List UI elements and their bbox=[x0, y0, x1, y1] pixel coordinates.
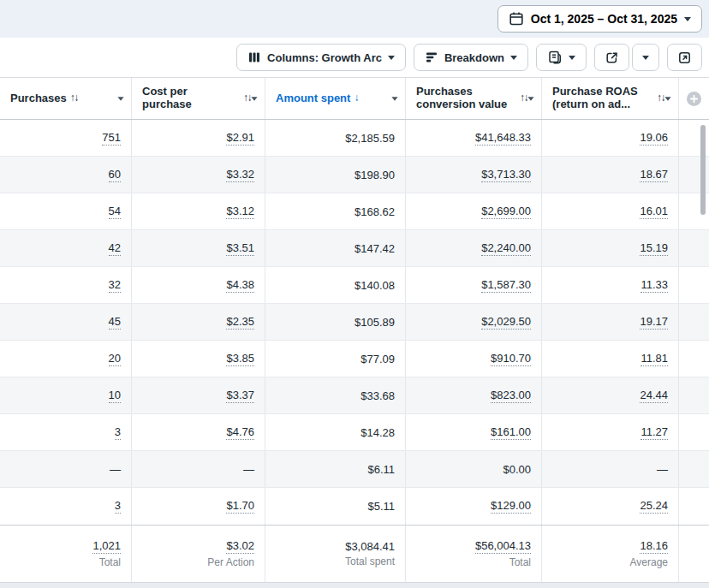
summary-value[interactable]: 18.16 bbox=[640, 539, 668, 554]
table-cell: 60 bbox=[0, 157, 132, 193]
add-column-icon[interactable] bbox=[687, 92, 701, 106]
cell-value[interactable]: $1,587.30 bbox=[481, 278, 531, 293]
cell-value: $5.11 bbox=[367, 500, 395, 513]
table-cell: 24.44 bbox=[542, 377, 679, 413]
cell-value: $14.28 bbox=[360, 426, 395, 439]
cell-value[interactable]: $910.70 bbox=[491, 352, 531, 366]
chevron-down-icon[interactable] bbox=[117, 97, 123, 101]
table-cell: 45 bbox=[0, 304, 132, 340]
cell-value[interactable]: 3 bbox=[115, 425, 121, 440]
table-cell: — bbox=[542, 451, 679, 487]
summary-cell: 1,021Total bbox=[0, 526, 132, 582]
table-cell: $198.90 bbox=[265, 157, 406, 193]
reports-button[interactable] bbox=[536, 44, 587, 71]
scrollbar-gutter-cell bbox=[679, 341, 709, 377]
cell-value[interactable]: 60 bbox=[109, 168, 121, 182]
table-header-row: Purchases ↑↓ Cost per purchase ↑↓ Amount… bbox=[0, 78, 709, 120]
cell-value[interactable]: 20 bbox=[109, 352, 121, 366]
breakdown-button[interactable]: Breakdown bbox=[414, 44, 528, 71]
table-cell: 11.81 bbox=[542, 341, 679, 377]
cell-value[interactable]: 19.06 bbox=[640, 131, 668, 146]
cell-value[interactable]: $2.35 bbox=[226, 315, 254, 330]
scrollbar-gutter-cell bbox=[679, 267, 709, 303]
vertical-scrollbar[interactable] bbox=[700, 125, 706, 215]
table-cell: $168.62 bbox=[265, 193, 406, 229]
cell-value: — bbox=[110, 463, 121, 476]
cell-value[interactable]: 11.81 bbox=[640, 352, 668, 366]
add-column-header[interactable] bbox=[679, 78, 709, 119]
table-cell: — bbox=[0, 451, 132, 487]
sort-both-icon: ↑↓ bbox=[520, 92, 527, 104]
summary-value[interactable]: $56,004.13 bbox=[475, 539, 531, 554]
cell-value[interactable]: 16.01 bbox=[640, 205, 668, 219]
cell-value[interactable]: $4.38 bbox=[226, 278, 254, 293]
cell-value[interactable]: 45 bbox=[109, 315, 121, 330]
cell-value[interactable]: $2,699.00 bbox=[481, 205, 531, 219]
cell-value[interactable]: 15.19 bbox=[640, 241, 668, 256]
chevron-down-icon[interactable] bbox=[251, 97, 257, 101]
table-row: 42$3.51$147.42$2,240.0015.19 bbox=[0, 230, 709, 267]
cell-value[interactable]: 3 bbox=[115, 499, 121, 514]
column-label: Purchase ROAS (return on ad... bbox=[552, 86, 653, 111]
cell-value[interactable]: 751 bbox=[102, 131, 121, 146]
table-cell: $2,240.00 bbox=[406, 230, 542, 266]
cell-value[interactable]: $2.91 bbox=[226, 131, 254, 146]
expand-icon bbox=[677, 50, 692, 65]
cell-value[interactable]: $2,240.00 bbox=[481, 241, 531, 256]
cell-value[interactable]: 32 bbox=[109, 278, 121, 293]
cell-value[interactable]: $2,029.50 bbox=[481, 315, 531, 330]
cell-value[interactable]: 18.67 bbox=[640, 168, 668, 182]
cell-value[interactable]: $823.00 bbox=[491, 389, 531, 403]
cell-value[interactable]: $41,648.33 bbox=[475, 131, 531, 146]
cell-value[interactable]: $3.12 bbox=[226, 205, 254, 219]
summary-value[interactable]: $3.02 bbox=[226, 539, 254, 554]
cell-value[interactable]: $4.76 bbox=[226, 425, 254, 440]
column-header-purchases-conversion-value[interactable]: Purchases conversion value ↑↓ bbox=[406, 78, 542, 119]
table-toolbar: Columns: Growth Arc Breakdown bbox=[0, 38, 709, 77]
column-label: Amount spent bbox=[276, 92, 350, 105]
sort-both-icon: ↑↓ bbox=[70, 92, 78, 104]
column-header-purchase-roas[interactable]: Purchase ROAS (return on ad... ↑↓ bbox=[542, 78, 679, 119]
summary-value[interactable]: 1,021 bbox=[92, 539, 121, 554]
expand-table-button[interactable] bbox=[667, 44, 702, 71]
cell-value[interactable]: 24.44 bbox=[640, 389, 668, 403]
cell-value[interactable]: $3,713.30 bbox=[481, 168, 531, 182]
columns-icon bbox=[247, 50, 261, 64]
cell-value[interactable]: 19.17 bbox=[640, 315, 668, 330]
cell-value[interactable]: 54 bbox=[109, 205, 121, 219]
metrics-table: Purchases ↑↓ Cost per purchase ↑↓ Amount… bbox=[0, 77, 709, 583]
cell-value: $168.62 bbox=[354, 205, 395, 218]
cell-value[interactable]: 25.24 bbox=[640, 499, 668, 514]
column-label: Cost per purchase bbox=[142, 86, 240, 111]
cell-value[interactable]: $129.00 bbox=[491, 499, 531, 514]
cell-value: $0.00 bbox=[503, 463, 531, 476]
cell-value[interactable]: $3.37 bbox=[226, 389, 254, 403]
table-cell: 18.67 bbox=[542, 157, 679, 193]
cell-value[interactable]: $1.70 bbox=[226, 499, 254, 514]
cell-value[interactable]: $3.51 bbox=[226, 241, 254, 256]
cell-value[interactable]: 42 bbox=[109, 241, 121, 256]
breakdown-icon bbox=[425, 50, 438, 64]
table-cell: $2,029.50 bbox=[406, 304, 542, 340]
table-cell: $4.76 bbox=[132, 414, 265, 450]
column-header-amount-spent[interactable]: Amount spent ↓ bbox=[265, 78, 406, 119]
table-cell: $823.00 bbox=[406, 377, 542, 413]
date-range-button[interactable]: Oct 1, 2025 – Oct 31, 2025 bbox=[497, 5, 702, 33]
column-header-cost-per-purchase[interactable]: Cost per purchase ↑↓ bbox=[132, 78, 265, 119]
export-options-button[interactable] bbox=[632, 44, 659, 71]
table-cell: 25.24 bbox=[542, 488, 679, 525]
table-cell: 751 bbox=[0, 120, 132, 156]
cell-value[interactable]: $3.85 bbox=[226, 352, 254, 366]
scrollbar-gutter-cell bbox=[679, 451, 709, 487]
column-header-purchases[interactable]: Purchases ↑↓ bbox=[0, 78, 132, 119]
cell-value[interactable]: 11.27 bbox=[640, 425, 668, 440]
cell-value[interactable]: $161.00 bbox=[491, 425, 531, 440]
cell-value[interactable]: $3.32 bbox=[226, 168, 254, 182]
columns-preset-button[interactable]: Columns: Growth Arc bbox=[236, 44, 406, 71]
chevron-down-icon[interactable] bbox=[527, 97, 533, 101]
chevron-down-icon[interactable] bbox=[391, 97, 397, 101]
cell-value[interactable]: 10 bbox=[109, 389, 121, 403]
chevron-down-icon[interactable] bbox=[664, 97, 670, 101]
export-button[interactable] bbox=[594, 44, 629, 71]
cell-value[interactable]: 11.33 bbox=[640, 278, 668, 293]
